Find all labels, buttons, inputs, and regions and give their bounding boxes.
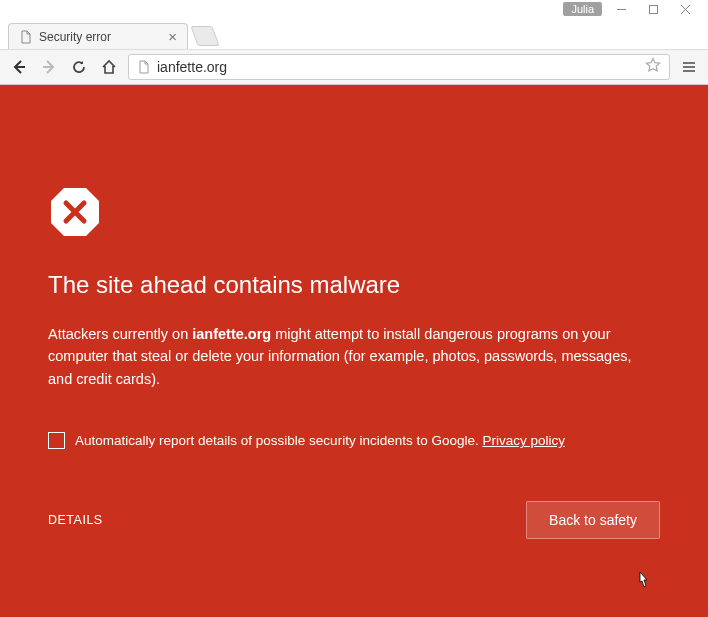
interstitial-heading: The site ahead contains malware: [48, 271, 660, 299]
bookmark-button[interactable]: [645, 57, 661, 77]
report-checkbox[interactable]: [48, 432, 65, 449]
minimize-icon: [616, 4, 627, 15]
body-pre: Attackers currently on: [48, 326, 192, 342]
warning-icon: [48, 185, 102, 239]
address-bar[interactable]: [128, 54, 670, 80]
arrow-left-icon: [10, 58, 28, 76]
tab-title: Security error: [39, 30, 111, 44]
home-button[interactable]: [98, 56, 120, 78]
minimize-button[interactable]: [608, 0, 634, 18]
browser-toolbar: [0, 49, 708, 85]
new-tab-button[interactable]: [190, 26, 219, 46]
reload-icon: [71, 59, 87, 75]
checkbox-label: Automatically report details of possible…: [75, 433, 565, 448]
interstitial-actions: DETAILS Back to safety: [48, 501, 660, 539]
tab-strip: Security error ×: [0, 18, 708, 49]
close-window-button[interactable]: [672, 0, 698, 18]
hamburger-icon: [681, 59, 697, 75]
reload-button[interactable]: [68, 56, 90, 78]
arrow-right-icon: [40, 58, 58, 76]
cursor-icon: [634, 570, 652, 597]
maximize-icon: [648, 4, 659, 15]
page-icon: [19, 30, 33, 44]
home-icon: [101, 59, 117, 75]
forward-button[interactable]: [38, 56, 60, 78]
url-input[interactable]: [157, 59, 639, 75]
body-site: ianfette.org: [192, 326, 271, 342]
details-button[interactable]: DETAILS: [48, 513, 103, 527]
menu-button[interactable]: [678, 56, 700, 78]
safe-browsing-interstitial: The site ahead contains malware Attacker…: [0, 85, 708, 617]
back-to-safety-button[interactable]: Back to safety: [526, 501, 660, 539]
close-icon: [680, 4, 691, 15]
maximize-button[interactable]: [640, 0, 666, 18]
window-titlebar: Julia: [0, 0, 708, 18]
browser-tab[interactable]: Security error ×: [8, 23, 188, 49]
report-checkbox-row: Automatically report details of possible…: [48, 432, 660, 449]
tab-close-button[interactable]: ×: [168, 29, 177, 44]
star-icon: [645, 57, 661, 73]
checkbox-label-text: Automatically report details of possible…: [75, 433, 482, 448]
site-icon: [137, 60, 151, 74]
user-badge[interactable]: Julia: [563, 2, 602, 16]
back-button[interactable]: [8, 56, 30, 78]
privacy-policy-link[interactable]: Privacy policy: [482, 433, 565, 448]
interstitial-body: Attackers currently on ianfette.org migh…: [48, 323, 648, 390]
svg-rect-1: [649, 5, 657, 13]
